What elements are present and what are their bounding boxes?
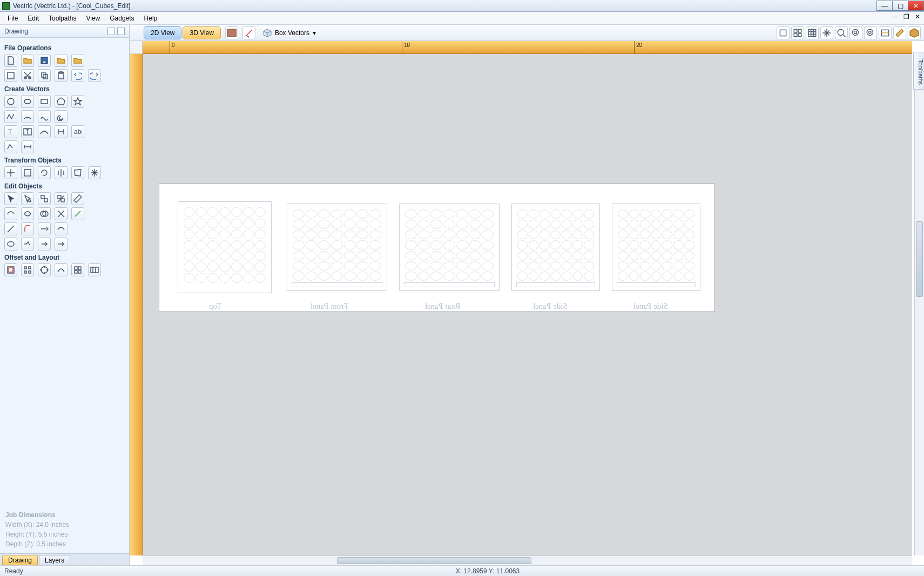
- draw-arc-button[interactable]: [21, 110, 34, 123]
- panel-side-2[interactable]: [612, 204, 700, 291]
- crop-button[interactable]: [38, 238, 51, 250]
- measure-button[interactable]: [71, 192, 84, 205]
- sidebar-tab-drawing[interactable]: Drawing: [2, 555, 38, 565]
- mdi-close-button[interactable]: ✕: [913, 13, 922, 21]
- mdi-minimize-button[interactable]: —: [890, 13, 900, 21]
- menu-help[interactable]: Help: [140, 13, 162, 23]
- new-file-button[interactable]: [4, 54, 17, 67]
- text-on-curve-button[interactable]: [38, 125, 51, 138]
- sidebar-tab-layers[interactable]: Layers: [39, 555, 70, 565]
- nest-button[interactable]: [71, 263, 84, 276]
- layer-color-button[interactable]: [242, 26, 255, 39]
- zoom-fit-button[interactable]: [835, 26, 848, 39]
- ungroup-button[interactable]: [55, 192, 68, 205]
- align-button[interactable]: [88, 166, 101, 179]
- interactive-trim-button[interactable]: [71, 207, 84, 220]
- menu-edit[interactable]: Edit: [23, 13, 43, 23]
- ruler-toggle-button[interactable]: [893, 26, 906, 39]
- draw-polygon-button[interactable]: [55, 95, 68, 108]
- convert-text-button[interactable]: abc: [71, 125, 84, 138]
- draw-ellipse-button[interactable]: [21, 95, 34, 108]
- draw-spiral-button[interactable]: [55, 110, 68, 123]
- text-spacing-button[interactable]: [55, 125, 68, 138]
- distort-button[interactable]: [71, 166, 84, 179]
- undo-button[interactable]: [71, 69, 84, 82]
- select-button[interactable]: [4, 192, 17, 205]
- open-file-button[interactable]: [21, 54, 34, 67]
- pan-button[interactable]: [820, 26, 833, 39]
- node-edit-button[interactable]: [21, 192, 34, 205]
- draw-polyline-button[interactable]: [4, 110, 17, 123]
- export-button[interactable]: [71, 54, 84, 67]
- zoom-drawing-button[interactable]: [864, 26, 877, 39]
- offset-button[interactable]: [4, 263, 17, 276]
- grid-toggle-button[interactable]: [806, 26, 819, 39]
- draw-circle-button[interactable]: [4, 95, 17, 108]
- horizontal-ruler[interactable]: [143, 41, 912, 54]
- vector-validate-button[interactable]: [4, 222, 17, 235]
- preview-material-button[interactable]: [908, 26, 921, 39]
- panel-top[interactable]: [178, 201, 272, 293]
- fit-curves-button[interactable]: [55, 222, 68, 235]
- mirror-button[interactable]: [55, 166, 68, 179]
- cut-button[interactable]: [21, 69, 34, 82]
- drawing-canvas[interactable]: Top Front Panel Rear Panel Si: [143, 54, 912, 555]
- ruler-origin-icon[interactable]: [130, 41, 143, 54]
- menu-gadgets[interactable]: Gadgets: [105, 13, 138, 23]
- window-minimize-button[interactable]: —: [876, 1, 893, 11]
- edit-picture-button[interactable]: [21, 238, 34, 250]
- rotate-button[interactable]: [38, 166, 51, 179]
- weld-button[interactable]: [38, 207, 51, 220]
- fillet-button[interactable]: [21, 222, 34, 235]
- copy-along-vectors-button[interactable]: [55, 263, 68, 276]
- draw-text-box-button[interactable]: T: [21, 125, 34, 138]
- snap-toggle-button[interactable]: [777, 26, 790, 39]
- draw-curve-button[interactable]: [38, 110, 51, 123]
- tab-3d-view[interactable]: 3D View: [183, 26, 220, 39]
- tab-2d-view[interactable]: 2D View: [144, 26, 181, 39]
- vertical-ruler[interactable]: [130, 54, 143, 555]
- dimension-button[interactable]: [21, 140, 34, 153]
- trim-button[interactable]: [55, 207, 68, 220]
- snap-grid-button[interactable]: [791, 26, 804, 39]
- window-maximize-button[interactable]: ▢: [892, 1, 908, 11]
- import-button[interactable]: [55, 54, 68, 67]
- vector-boundary-button[interactable]: [4, 238, 17, 250]
- array-copy-button[interactable]: [21, 263, 34, 276]
- menu-toolpaths[interactable]: Toolpaths: [44, 13, 80, 23]
- box-vectors-dropdown[interactable]: Box Vectors ▾: [260, 28, 319, 38]
- toolpaths-tab[interactable]: Toolpaths: [913, 52, 924, 90]
- draw-star-button[interactable]: [71, 95, 84, 108]
- save-file-button[interactable]: [38, 54, 51, 67]
- extend-button[interactable]: [38, 222, 51, 235]
- job-setup-button[interactable]: [4, 69, 17, 82]
- job-button[interactable]: [55, 238, 68, 250]
- horizontal-scrollbar[interactable]: [143, 555, 912, 565]
- mdi-restore-button[interactable]: ❐: [902, 13, 911, 21]
- panel-option-icon[interactable]: [107, 28, 115, 35]
- plate-layout-button[interactable]: [88, 263, 101, 276]
- pin-icon[interactable]: [117, 28, 125, 35]
- menu-file[interactable]: File: [3, 13, 22, 23]
- menu-view[interactable]: View: [82, 13, 104, 23]
- group-button[interactable]: [38, 192, 51, 205]
- circular-copy-button[interactable]: [38, 263, 51, 276]
- trace-bitmap-button[interactable]: [4, 140, 17, 153]
- window-close-button[interactable]: ✕: [908, 1, 924, 11]
- panel-front[interactable]: [287, 204, 387, 291]
- draw-text-button[interactable]: T: [4, 125, 17, 138]
- redo-button[interactable]: [88, 69, 101, 82]
- copy-button[interactable]: [38, 69, 51, 82]
- zoom-selected-button[interactable]: [849, 26, 862, 39]
- toggle-view-button[interactable]: [879, 26, 892, 39]
- panel-rear[interactable]: [399, 204, 500, 291]
- join-button[interactable]: [4, 207, 17, 220]
- panel-side-1[interactable]: [511, 204, 600, 291]
- move-button[interactable]: [4, 166, 17, 179]
- paste-button[interactable]: [55, 69, 68, 82]
- horizontal-scroll-thumb[interactable]: [337, 557, 531, 564]
- close-vector-button[interactable]: [21, 207, 34, 220]
- draw-rectangle-button[interactable]: [38, 95, 51, 108]
- set-size-button[interactable]: [21, 166, 34, 179]
- layer-visibility-button[interactable]: [225, 26, 238, 39]
